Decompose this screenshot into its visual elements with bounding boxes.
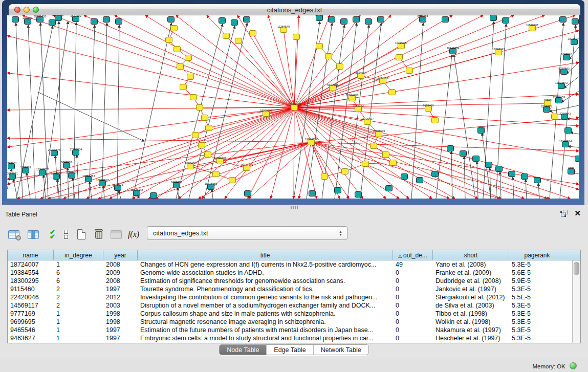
table-cell[interactable]: 1997 bbox=[103, 285, 138, 293]
table-row[interactable]: 1830029562008Estimation of significance … bbox=[8, 277, 580, 285]
close-panel-icon[interactable]: ✕ bbox=[574, 209, 581, 218]
column-header-title[interactable]: title bbox=[138, 250, 393, 260]
table-row[interactable]: 946362711997Embryonic stem cells: a mode… bbox=[8, 334, 580, 342]
table-cell[interactable]: 0 bbox=[393, 326, 433, 334]
deselect-rows-icon[interactable] bbox=[59, 227, 73, 242]
table-settings-icon[interactable] bbox=[7, 227, 20, 242]
table-cell[interactable]: Disruption of a novel member of a sodium… bbox=[138, 301, 393, 310]
table-cell[interactable]: 2 bbox=[54, 301, 103, 310]
table-cell[interactable]: 1997 bbox=[103, 326, 138, 334]
table-cell[interactable]: 5.9E-5 bbox=[509, 277, 565, 285]
table-cell[interactable]: Estimation of significance thresholds fo… bbox=[138, 277, 393, 285]
table-cell[interactable]: 18724007 bbox=[8, 260, 54, 269]
table-cell[interactable]: 14569117 bbox=[8, 301, 54, 310]
table-cell[interactable]: 2008 bbox=[103, 277, 138, 285]
table-cell[interactable]: 2003 bbox=[103, 301, 138, 310]
table-scrollbar[interactable] bbox=[572, 260, 580, 343]
table-cell[interactable]: Genome-wide association studies in ADHD. bbox=[138, 269, 393, 277]
table-cell[interactable]: 2 bbox=[54, 285, 103, 293]
table-cell[interactable]: 5.3E-5 bbox=[509, 318, 565, 326]
table-row[interactable]: 969969511998Structural magnetic resonanc… bbox=[8, 318, 580, 326]
table-cell[interactable]: Embryonic stem cells: a model to study s… bbox=[138, 334, 393, 342]
table-row[interactable]: 1872400712008Changes of HCN gene express… bbox=[8, 260, 580, 269]
table-cell[interactable]: 0 bbox=[393, 293, 433, 301]
show-columns-icon[interactable] bbox=[27, 227, 40, 242]
table-cell[interactable]: 1 bbox=[54, 326, 103, 334]
table-cell[interactable]: 5.3E-5 bbox=[509, 334, 565, 342]
table-cell[interactable]: Changes of HCN gene expression and I(f) … bbox=[138, 260, 393, 269]
table-cell[interactable]: 2 bbox=[54, 293, 103, 301]
table-cell[interactable]: 19384554 bbox=[8, 269, 54, 277]
new-column-icon[interactable] bbox=[75, 227, 88, 242]
table-cell[interactable]: Stergiakouli et al. (2012) bbox=[433, 293, 509, 301]
column-header-short[interactable]: short bbox=[433, 250, 509, 260]
table-row[interactable]: 1938455462009Genome-wide association stu… bbox=[8, 269, 580, 277]
table-cell[interactable]: 2012 bbox=[103, 293, 138, 301]
function-builder-icon[interactable]: f(x) bbox=[127, 227, 140, 242]
delete-column-icon[interactable] bbox=[92, 227, 105, 242]
network-view-canvas[interactable]: 1872400719384554183002957625402160994891… bbox=[7, 15, 579, 199]
table-cell[interactable]: 1 bbox=[54, 318, 103, 326]
table-cell[interactable]: 5.3E-5 bbox=[509, 326, 565, 334]
table-cell[interactable]: 5.3E-5 bbox=[509, 260, 565, 269]
table-cell[interactable]: 5.3E-5 bbox=[509, 310, 565, 318]
table-cell[interactable]: Nakamura et al. (1997) bbox=[433, 326, 509, 334]
table-cell[interactable]: 0 bbox=[393, 301, 433, 310]
table-cell[interactable]: Estimation of the future numbers of pati… bbox=[138, 326, 393, 334]
table-cell[interactable]: 1998 bbox=[103, 318, 138, 326]
tab-node-table[interactable]: Node Table bbox=[220, 345, 267, 355]
table-cell[interactable]: Corpus callosum shape and size in male p… bbox=[138, 310, 393, 318]
table-select-dropdown[interactable]: citations_edges.txt ▲▼ bbox=[147, 226, 347, 240]
table-cell[interactable]: 0 bbox=[393, 318, 433, 326]
table-cell[interactable]: 1 bbox=[54, 310, 103, 318]
table-cell[interactable]: 1998 bbox=[103, 310, 138, 318]
table-cell[interactable]: 5.3E-5 bbox=[509, 285, 565, 293]
column-header-in_degree[interactable]: in_degree bbox=[54, 250, 103, 260]
table-cell[interactable]: Investigating the contribution of common… bbox=[138, 293, 393, 301]
tab-network-table[interactable]: Network Table bbox=[314, 345, 368, 355]
table-cell[interactable]: 9463627 bbox=[8, 334, 54, 342]
select-all-icon[interactable]: ✔✔ bbox=[45, 227, 58, 242]
scrollbar-thumb[interactable] bbox=[574, 262, 579, 275]
table-cell[interactable]: 0 bbox=[393, 277, 433, 285]
table-cell[interactable]: Tibbo et al. (1998) bbox=[433, 310, 509, 318]
memory-ok-indicator-icon[interactable] bbox=[570, 362, 577, 369]
table-cell[interactable]: de Silva et al. (2003) bbox=[433, 301, 509, 310]
table-cell[interactable]: 5.5E-5 bbox=[509, 293, 565, 301]
table-cell[interactable]: Franke et al. (2009) bbox=[433, 269, 509, 277]
table-cell[interactable]: Wolkin et al. (1998) bbox=[433, 318, 509, 326]
table-row[interactable]: 2242004622012Investigating the contribut… bbox=[8, 293, 580, 301]
table-cell[interactable]: 9777169 bbox=[8, 310, 54, 318]
table-cell[interactable]: 6 bbox=[54, 269, 103, 277]
table-cell[interactable]: 49 bbox=[393, 260, 433, 269]
table-cell[interactable]: 1 bbox=[54, 260, 103, 269]
panel-splitter-handle[interactable] bbox=[291, 206, 298, 209]
table-cell[interactable]: 0 bbox=[393, 334, 433, 342]
table-cell[interactable]: 1 bbox=[54, 334, 103, 342]
table-cell[interactable]: Dudbridge et al. (2008) bbox=[433, 277, 509, 285]
table-cell[interactable]: 0 bbox=[393, 285, 433, 293]
column-header-name[interactable]: name bbox=[8, 250, 54, 260]
table-cell[interactable]: Hescheler et al. (1997) bbox=[433, 334, 509, 342]
table-cell[interactable]: 22420046 bbox=[8, 293, 54, 301]
table-cell[interactable]: 2009 bbox=[103, 269, 138, 277]
table-cell[interactable]: 6 bbox=[54, 277, 103, 285]
table-cell[interactable]: 0 bbox=[393, 269, 433, 277]
table-cell[interactable]: Yano et al. (2008) bbox=[433, 260, 509, 269]
table-cell[interactable]: Structural magnetic resonance image aver… bbox=[138, 318, 393, 326]
table-cell[interactable]: 5.3E-5 bbox=[509, 301, 565, 310]
table-cell[interactable]: 0 bbox=[393, 310, 433, 318]
tab-edge-table[interactable]: Edge Table bbox=[267, 345, 313, 355]
table-cell[interactable]: 18300295 bbox=[8, 277, 54, 285]
table-cell[interactable]: Jankovic et al. (1997) bbox=[433, 285, 509, 293]
table-row[interactable]: 977716911998Corpus callosum shape and si… bbox=[8, 310, 580, 318]
float-panel-icon[interactable] bbox=[561, 210, 569, 217]
table-cell[interactable]: 9699695 bbox=[8, 318, 54, 326]
table-row[interactable]: 911546021997Tourette syndrome. Phenomeno… bbox=[8, 285, 580, 293]
table-cell[interactable]: Tourette syndrome. Phenomenology and cla… bbox=[138, 285, 393, 293]
table-row[interactable]: 946554611997Estimation of the future num… bbox=[8, 326, 580, 334]
table-cell[interactable]: 9465546 bbox=[8, 326, 54, 334]
column-header-year[interactable]: year bbox=[103, 250, 138, 260]
table-cell[interactable]: 9115460 bbox=[8, 285, 54, 293]
window-titlebar[interactable]: citations_edges.txt bbox=[9, 4, 580, 15]
